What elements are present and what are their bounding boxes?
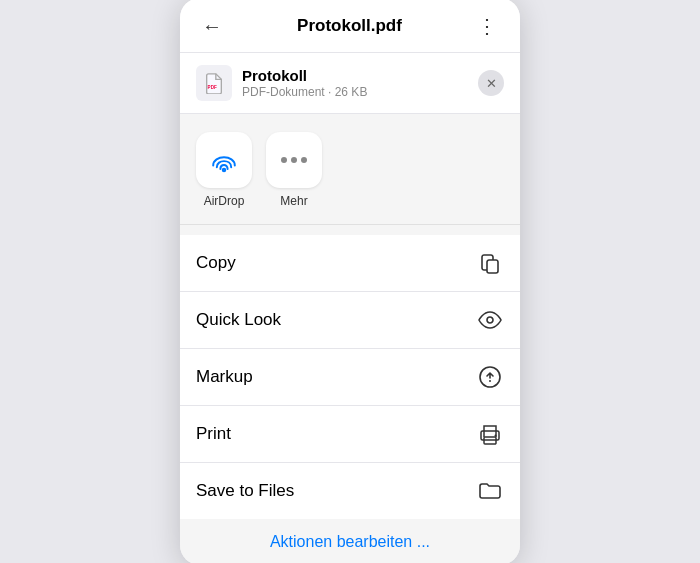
print-action[interactable]: Print — [180, 406, 520, 463]
svg-text:PDF: PDF — [208, 85, 217, 90]
quicklook-label: Quick Look — [196, 310, 281, 330]
file-meta: PDF-Dokument · 26 KB — [242, 85, 367, 99]
svg-rect-2 — [487, 260, 498, 273]
print-label: Print — [196, 424, 231, 444]
eye-icon — [476, 306, 504, 334]
mehr-icon-circle — [266, 132, 322, 188]
phone-shell: ← Protokoll.pdf ⋮ PDF Protokoll PDF-Doku… — [180, 0, 520, 563]
print-icon — [476, 420, 504, 448]
edit-actions-link[interactable]: Aktionen bearbeiten ... — [270, 533, 430, 550]
more-button[interactable]: ⋮ — [471, 12, 504, 40]
markup-label: Markup — [196, 367, 253, 387]
svg-point-5 — [489, 380, 491, 382]
copy-label: Copy — [196, 253, 236, 273]
mehr-label: Mehr — [280, 194, 307, 208]
svg-point-3 — [487, 317, 493, 323]
pdf-file-icon: PDF — [203, 72, 225, 94]
svg-point-8 — [495, 435, 497, 437]
dot-1 — [281, 157, 287, 163]
more-dots-icon — [281, 157, 307, 163]
airdrop-icon — [206, 142, 242, 178]
file-name: Protokoll — [242, 67, 367, 84]
close-button[interactable]: ✕ — [478, 70, 504, 96]
file-details: Protokoll PDF-Dokument · 26 KB — [242, 67, 367, 99]
savetofiles-action[interactable]: Save to Files — [180, 463, 520, 519]
share-icon-mehr[interactable]: Mehr — [266, 132, 322, 208]
file-info-left: PDF Protokoll PDF-Dokument · 26 KB — [196, 65, 367, 101]
share-icons-row: AirDrop Mehr — [180, 114, 520, 225]
folder-icon — [476, 477, 504, 505]
top-bar: ← Protokoll.pdf ⋮ — [180, 0, 520, 53]
file-info-row: PDF Protokoll PDF-Dokument · 26 KB ✕ — [180, 53, 520, 114]
copy-action[interactable]: Copy — [180, 235, 520, 292]
share-icon-airdrop[interactable]: AirDrop — [196, 132, 252, 208]
savetofiles-label: Save to Files — [196, 481, 294, 501]
svg-point-1 — [222, 168, 227, 173]
back-button[interactable]: ← — [196, 13, 228, 40]
copy-icon — [476, 249, 504, 277]
airdrop-label: AirDrop — [204, 194, 245, 208]
airdrop-icon-circle — [196, 132, 252, 188]
quicklook-action[interactable]: Quick Look — [180, 292, 520, 349]
dot-2 — [291, 157, 297, 163]
markup-action[interactable]: Markup — [180, 349, 520, 406]
dot-3 — [301, 157, 307, 163]
file-icon-box: PDF — [196, 65, 232, 101]
footer-row: Aktionen bearbeiten ... — [180, 519, 520, 563]
action-list: Copy Quick Look Markup — [180, 235, 520, 519]
page-title: Protokoll.pdf — [297, 16, 402, 36]
markup-icon — [476, 363, 504, 391]
